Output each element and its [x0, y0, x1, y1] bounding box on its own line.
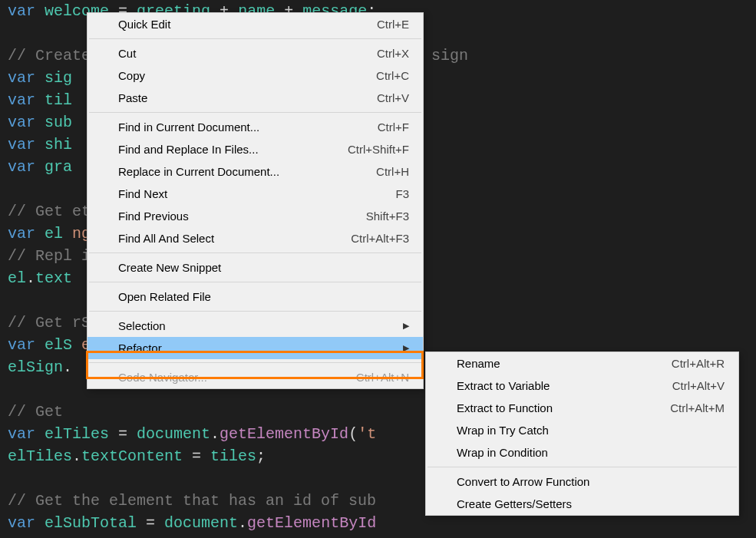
refactor-menu-item[interactable]: Wrap in Try Catch: [426, 419, 738, 441]
menu-item-label: Wrap in Try Catch: [457, 424, 549, 437]
menu-item-label: Extract to Variable: [457, 379, 550, 392]
menu-item-label: Copy: [118, 69, 145, 82]
menu-item-shortcut: Ctrl+Alt+F3: [351, 232, 409, 245]
chevron-right-icon: ▶: [403, 343, 409, 353]
menu-item-label: Find Next: [118, 187, 167, 200]
menu-item-shortcut: F3: [395, 187, 409, 200]
menu-item-label: Paste: [118, 91, 147, 104]
main-menu-item[interactable]: Replace in Current Document...Ctrl+H: [87, 160, 423, 183]
menu-item-label: Find and Replace In Files...: [118, 143, 259, 156]
main-menu-item[interactable]: Create New Snippet: [87, 256, 423, 279]
main-menu-item[interactable]: Find PreviousShift+F3: [87, 205, 423, 227]
menu-item-label: Find All And Select: [118, 232, 214, 245]
menu-item-shortcut: Ctrl+Alt+R: [672, 357, 725, 370]
menu-item-shortcut: Ctrl+Alt+M: [670, 401, 725, 414]
menu-separator: [89, 282, 421, 282]
menu-item-label: Quick Edit: [118, 18, 170, 31]
context-menu-refactor: RenameCtrl+Alt+RExtract to VariableCtrl+…: [425, 352, 739, 516]
refactor-menu-item[interactable]: Convert to Arrow Function: [426, 470, 738, 493]
menu-item-label: Cut: [118, 47, 136, 60]
menu-item-shortcut: Ctrl+Alt+N: [356, 371, 409, 384]
menu-separator: [89, 112, 421, 113]
menu-item-label: Find Previous: [118, 210, 189, 223]
menu-item-shortcut: Ctrl+X: [377, 47, 409, 60]
menu-item-label: Refactor: [118, 342, 162, 355]
main-menu-item[interactable]: CopyCtrl+C: [87, 64, 423, 87]
main-menu-item[interactable]: Find NextF3: [87, 183, 423, 205]
menu-item-label: Extract to Function: [457, 401, 553, 414]
main-menu-item[interactable]: PasteCtrl+V: [87, 87, 423, 109]
menu-separator: [89, 38, 421, 39]
main-menu-item[interactable]: Find in Current Document...Ctrl+F: [87, 116, 423, 138]
main-menu-item[interactable]: Open Related File: [87, 286, 423, 308]
refactor-menu-item[interactable]: Create Getters/Setters: [426, 493, 738, 515]
menu-item-label: Rename: [457, 357, 500, 370]
code-line[interactable]: elSubTotal.textContent = '$' + subTotal;: [8, 534, 748, 538]
context-menu-main: Quick EditCtrl+ECutCtrl+XCopyCtrl+CPaste…: [87, 12, 424, 389]
menu-item-label: Find in Current Document...: [118, 120, 259, 134]
menu-item-label: Code Navigator...: [118, 371, 207, 384]
refactor-menu-item[interactable]: Extract to VariableCtrl+Alt+V: [426, 375, 738, 397]
menu-item-shortcut: Ctrl+H: [376, 165, 409, 178]
main-menu-item[interactable]: Find All And SelectCtrl+Alt+F3: [87, 227, 423, 249]
menu-item-label: Create Getters/Setters: [457, 497, 572, 510]
refactor-menu-item[interactable]: Extract to FunctionCtrl+Alt+M: [426, 397, 738, 419]
menu-item-shortcut: Ctrl+V: [377, 91, 409, 104]
menu-item-shortcut: Ctrl+E: [377, 18, 409, 31]
main-menu-item[interactable]: Quick EditCtrl+E: [87, 13, 423, 35]
menu-item-label: Wrap in Condition: [457, 446, 548, 459]
main-menu-item[interactable]: Find and Replace In Files...Ctrl+Shift+F: [87, 138, 423, 160]
menu-item-shortcut: Ctrl+C: [376, 69, 409, 82]
refactor-menu-item[interactable]: Wrap in Condition: [426, 441, 738, 464]
menu-item-shortcut: Shift+F3: [366, 210, 409, 223]
menu-item-label: Open Related File: [118, 290, 211, 303]
main-menu-item[interactable]: Selection▶: [87, 315, 423, 337]
chevron-right-icon: ▶: [403, 321, 409, 331]
refactor-menu-item[interactable]: RenameCtrl+Alt+R: [426, 352, 738, 375]
menu-separator: [89, 252, 421, 253]
main-menu-item: Code Navigator...Ctrl+Alt+N: [87, 366, 423, 388]
menu-item-shortcut: Ctrl+Alt+V: [672, 379, 725, 392]
menu-item-shortcut: Ctrl+F: [378, 120, 409, 134]
menu-separator: [89, 362, 421, 363]
menu-item-label: Replace in Current Document...: [118, 165, 279, 178]
menu-item-shortcut: Ctrl+Shift+F: [348, 143, 409, 156]
menu-separator: [89, 311, 421, 312]
menu-item-label: Selection: [118, 319, 166, 332]
menu-item-label: Convert to Arrow Function: [457, 475, 589, 488]
main-menu-item[interactable]: CutCtrl+X: [87, 42, 423, 64]
menu-separator: [428, 467, 737, 467]
menu-item-label: Create New Snippet: [118, 261, 221, 274]
main-menu-item[interactable]: Refactor▶: [87, 337, 423, 359]
